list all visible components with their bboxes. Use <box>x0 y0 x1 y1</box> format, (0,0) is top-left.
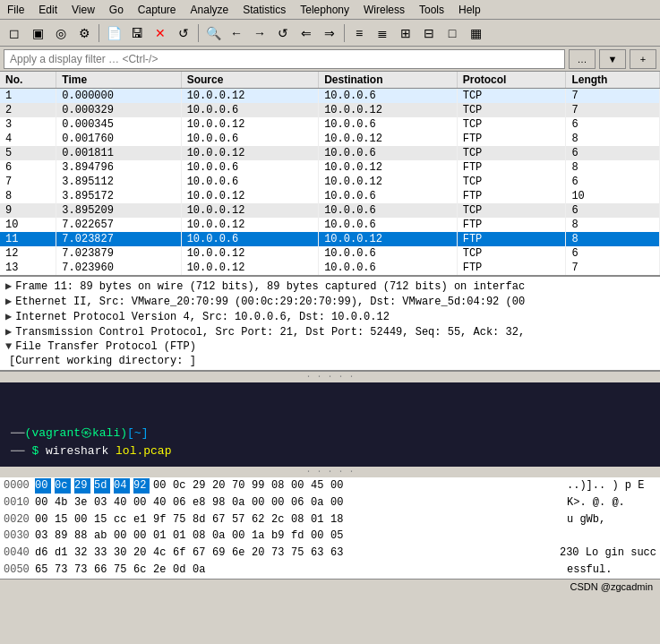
detail-line[interactable]: ▼File Transfer Protocol (FTP) <box>0 339 660 354</box>
table-cell: 8 <box>0 189 56 203</box>
table-row[interactable]: 117.02382710.0.0.610.0.0.12FTP8 <box>0 232 660 246</box>
toolbar-search[interactable]: 🔍 <box>202 22 224 44</box>
table-cell: 7.023960 <box>56 261 181 275</box>
toolbar-close[interactable]: 📄 <box>103 22 124 44</box>
table-cell: 2 <box>0 103 56 117</box>
toolbar-square[interactable]: □ <box>441 22 463 44</box>
hex-byte: 3e <box>74 495 90 511</box>
table-cell: 7 <box>0 175 56 189</box>
hex-byte: 20 <box>252 545 268 561</box>
menu-view[interactable]: View <box>64 2 102 18</box>
table-cell: FTP <box>457 232 566 246</box>
table-row[interactable]: 137.02396010.0.0.1210.0.0.6FTP7 <box>0 261 660 275</box>
toolbar-remove[interactable]: ⊟ <box>418 22 440 44</box>
menu-wireless[interactable]: Wireless <box>356 2 412 18</box>
table-row[interactable]: 20.00032910.0.0.610.0.0.12TCP7 <box>0 103 660 117</box>
hex-byte: 45 <box>311 478 327 494</box>
menu-analyze[interactable]: Analyze <box>184 2 236 18</box>
table-row[interactable]: 10.00000010.0.0.1210.0.0.6TCP7 <box>0 89 660 104</box>
hex-ascii: 230 Lo gin succ <box>560 545 656 561</box>
hex-byte: 75 <box>291 545 307 561</box>
menu-telephony[interactable]: Telephony <box>293 2 356 18</box>
table-cell: 6 <box>566 175 660 189</box>
menu-go[interactable]: Go <box>102 2 131 18</box>
hex-byte: 01 <box>153 528 169 544</box>
detail-line[interactable]: [Current working directory: ] <box>0 354 660 368</box>
table-cell: 3.894796 <box>56 160 181 175</box>
toolbar-undo[interactable]: ↺ <box>272 22 294 44</box>
menu-file[interactable]: File <box>0 2 31 18</box>
table-cell: 10.0.0.12 <box>181 246 319 261</box>
col-length[interactable]: Length <box>566 72 660 89</box>
toolbar-back[interactable]: ← <box>226 22 247 44</box>
filter-input[interactable] <box>4 49 565 69</box>
hex-byte: 00 <box>35 512 51 528</box>
hex-offset: 0000 <box>4 478 35 494</box>
col-protocol[interactable]: Protocol <box>457 72 566 89</box>
table-cell: TCP <box>457 103 566 117</box>
table-row[interactable]: 30.00034510.0.0.1210.0.0.6TCP6 <box>0 117 660 132</box>
table-row[interactable]: 50.00181110.0.0.1210.0.0.6TCP6 <box>0 146 660 160</box>
table-row[interactable]: 93.89520910.0.0.1210.0.0.6TCP6 <box>0 203 660 218</box>
hex-byte: 00 <box>153 478 169 494</box>
table-row[interactable]: 63.89479610.0.0.610.0.0.12FTP8 <box>0 160 660 175</box>
table-cell: 10.0.0.12 <box>181 261 319 275</box>
col-destination[interactable]: Destination <box>319 72 458 89</box>
toolbar-grid[interactable]: ≣ <box>372 22 393 44</box>
hex-byte: 06 <box>291 495 307 511</box>
hex-byte: d1 <box>55 545 71 561</box>
packet-table-container: No. Time Source Destination Protocol Len… <box>0 72 660 277</box>
toolbar-save[interactable]: ◎ <box>50 22 72 44</box>
detail-line[interactable]: ▶Frame 11: 89 bytes on wire (712 bits), … <box>0 279 660 294</box>
detail-line[interactable]: ▶Ethernet II, Src: VMware_20:70:99 (00:0… <box>0 294 660 309</box>
detail-line[interactable]: ▶Internet Protocol Version 4, Src: 10.0.… <box>0 309 660 324</box>
menu-statistics[interactable]: Statistics <box>236 2 293 18</box>
table-row[interactable]: 40.00176010.0.0.610.0.0.12FTP8 <box>0 132 660 146</box>
terminal-empty2 <box>11 408 649 425</box>
col-source[interactable]: Source <box>181 72 319 89</box>
hex-byte: 18 <box>330 512 347 528</box>
detail-text: Transmission Control Protocol, Src Port:… <box>15 326 525 339</box>
hex-byte: 0a <box>232 495 248 511</box>
toolbar-restart[interactable]: ↺ <box>173 22 194 44</box>
toolbar-reload[interactable]: 🖫 <box>126 22 148 44</box>
filter-dropdown-btn[interactable]: ▼ <box>599 49 626 69</box>
terminal-arrow: ── <box>11 444 25 458</box>
table-cell: TCP <box>457 146 566 160</box>
toolbar-list[interactable]: ≡ <box>348 22 370 44</box>
menu-edit[interactable]: Edit <box>31 2 64 18</box>
col-time[interactable]: Time <box>56 72 181 89</box>
hex-byte: 30 <box>114 545 130 561</box>
detail-line[interactable]: ▶Transmission Control Protocol, Src Port… <box>0 324 660 339</box>
table-row[interactable]: 73.89511210.0.0.610.0.0.12TCP6 <box>0 175 660 189</box>
table-cell: 0.000329 <box>56 103 181 117</box>
toolbar-add[interactable]: ⊞ <box>395 22 416 44</box>
hex-row: 005065737366756c2e0d0aessful. <box>0 562 660 579</box>
toolbar-settings[interactable]: ⚙ <box>73 22 95 44</box>
table-row[interactable]: 127.02387910.0.0.1210.0.0.6TCP6 <box>0 246 660 261</box>
table-row[interactable]: 83.89517210.0.0.1210.0.0.6FTP10 <box>0 189 660 203</box>
table-cell: 3 <box>0 117 56 132</box>
hex-byte-selected: 92 <box>133 478 150 494</box>
col-no[interactable]: No. <box>0 72 56 89</box>
menu-capture[interactable]: Capture <box>131 2 184 18</box>
hex-row: 0010004b3e0340004006e8980a0000060a00 K>.… <box>0 494 660 511</box>
toolbar-graph[interactable]: ▦ <box>465 22 486 44</box>
hex-byte: 00 <box>133 528 150 544</box>
filter-more-btn[interactable]: … <box>569 49 596 69</box>
table-cell: 10.0.0.12 <box>181 203 319 218</box>
menu-tools[interactable]: Tools <box>412 2 451 18</box>
toolbar-forward[interactable]: → <box>249 22 270 44</box>
filter-add-btn[interactable]: + <box>630 49 656 69</box>
table-row[interactable]: 107.02265710.0.0.1210.0.0.6FTP8 <box>0 218 660 232</box>
toolbar-next[interactable]: ⇒ <box>319 22 340 44</box>
toolbar-stop[interactable]: ✕ <box>150 22 171 44</box>
toolbar-open[interactable]: ▣ <box>27 22 48 44</box>
terminal-cmd-line: ── $ wireshark lol.pcap <box>11 442 649 460</box>
hex-byte-selected: 00 <box>35 478 51 494</box>
toolbar-new[interactable]: ◻ <box>4 22 25 44</box>
toolbar-prev[interactable]: ⇐ <box>296 22 317 44</box>
menu-help[interactable]: Help <box>451 2 488 18</box>
table-cell: 4 <box>0 132 56 146</box>
hex-byte: 65 <box>35 562 51 578</box>
